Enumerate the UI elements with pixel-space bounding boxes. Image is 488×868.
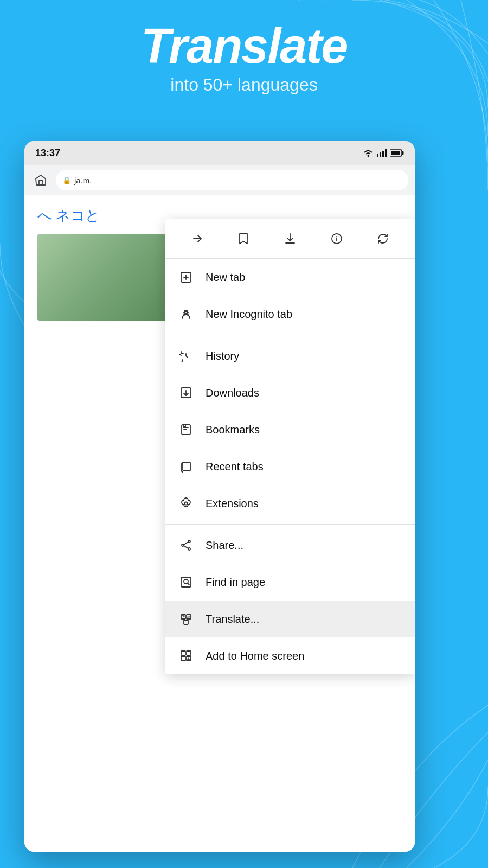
- share-icon: [178, 539, 194, 552]
- add-to-home-label: Add to Home screen: [206, 650, 304, 662]
- divider-1: [165, 335, 415, 335]
- translate-icon: AX: [178, 612, 194, 626]
- battery-icon: [390, 149, 404, 157]
- status-bar: 13:37: [24, 141, 415, 165]
- browser-chrome: 🔒 ja.m.: [24, 165, 415, 195]
- app-header: Translate into 50+ languages: [0, 22, 488, 95]
- svg-point-15: [185, 502, 188, 505]
- new-tab-icon: [178, 271, 194, 284]
- recent-tabs-item[interactable]: Recent tabs: [165, 448, 415, 485]
- find-in-page-item[interactable]: Find in page: [165, 564, 415, 601]
- find-icon: [178, 576, 194, 589]
- svg-rect-19: [181, 577, 191, 587]
- svg-rect-26: [187, 651, 191, 655]
- extensions-item[interactable]: Extensions: [165, 485, 415, 522]
- address-bar[interactable]: 🔒 ja.m.: [56, 170, 408, 190]
- history-icon: [178, 349, 194, 362]
- svg-rect-23: [184, 620, 188, 624]
- extensions-icon: [178, 497, 194, 510]
- bookmarks-icon: [178, 423, 194, 436]
- bookmark-button[interactable]: [232, 227, 255, 251]
- share-label: Share...: [206, 539, 243, 552]
- find-in-page-label: Find in page: [206, 576, 265, 589]
- signal-icon: [377, 149, 387, 157]
- info-button[interactable]: [325, 227, 349, 251]
- svg-rect-2: [380, 152, 381, 157]
- downloads-item[interactable]: Downloads: [165, 374, 415, 411]
- new-tab-item[interactable]: New tab: [165, 259, 415, 296]
- svg-rect-7: [391, 151, 400, 155]
- svg-text:AX: AX: [187, 615, 191, 618]
- page-content: へ ネコと キウイフルー あるため、マタ ある「鋤鼻器」 通じ、ネコを奥 木には…: [24, 195, 415, 852]
- home-button[interactable]: [31, 170, 50, 190]
- lock-icon: 🔒: [62, 176, 71, 184]
- history-label: History: [206, 350, 239, 362]
- add-home-icon: [178, 649, 194, 662]
- bookmarks-label: Bookmarks: [206, 424, 260, 436]
- svg-rect-6: [402, 151, 404, 155]
- new-incognito-tab-label: New Incognito tab: [206, 308, 292, 321]
- downloads-label: Downloads: [206, 387, 259, 399]
- address-text: ja.m.: [74, 176, 92, 185]
- page-image: [37, 234, 168, 321]
- svg-rect-27: [181, 656, 185, 661]
- bookmarks-item[interactable]: Bookmarks: [165, 411, 415, 448]
- svg-rect-25: [181, 651, 185, 655]
- app-subtitle: into 50+ languages: [0, 75, 488, 95]
- divider-2: [165, 524, 415, 525]
- svg-rect-11: [183, 314, 189, 315]
- svg-point-0: [368, 155, 369, 156]
- svg-rect-1: [377, 154, 378, 157]
- recent-tabs-icon: [178, 460, 194, 473]
- download-button[interactable]: [278, 227, 302, 251]
- history-item[interactable]: History: [165, 337, 415, 374]
- status-icons: [363, 149, 404, 157]
- context-menu: New tab New Incognito tab History: [165, 219, 415, 674]
- translate-label: Translate...: [206, 613, 259, 626]
- translate-item[interactable]: AX Translate...: [165, 601, 415, 637]
- app-title: Translate: [0, 22, 488, 71]
- status-time: 13:37: [35, 148, 60, 159]
- menu-toolbar: [165, 219, 415, 259]
- incognito-icon: [178, 308, 194, 321]
- new-tab-label: New tab: [206, 271, 245, 284]
- recent-tabs-label: Recent tabs: [206, 461, 264, 473]
- reload-button[interactable]: [371, 227, 395, 251]
- extensions-label: Extensions: [206, 497, 259, 510]
- phone-frame: 13:37: [24, 141, 415, 852]
- downloads-icon: [178, 386, 194, 399]
- forward-button[interactable]: [185, 227, 209, 251]
- svg-rect-4: [385, 149, 387, 157]
- svg-rect-14: [183, 462, 190, 471]
- new-incognito-tab-item[interactable]: New Incognito tab: [165, 296, 415, 333]
- share-item[interactable]: Share...: [165, 527, 415, 564]
- svg-rect-3: [382, 151, 384, 157]
- add-to-home-item[interactable]: Add to Home screen: [165, 637, 415, 674]
- wifi-icon: [363, 149, 374, 157]
